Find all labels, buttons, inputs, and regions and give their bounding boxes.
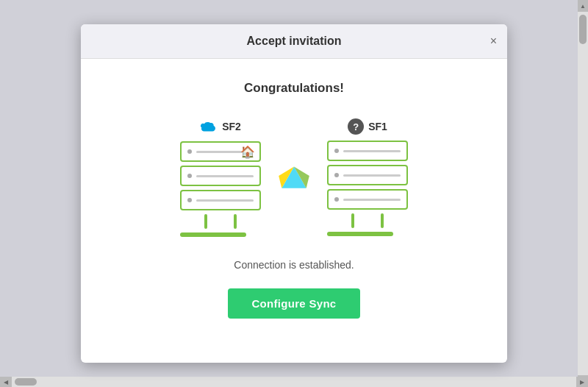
rack-dot bbox=[334, 197, 339, 202]
congratulations-text: Congratulations! bbox=[244, 81, 344, 96]
server-leg bbox=[204, 214, 207, 229]
scrollbar-track: ▲ ▼ bbox=[578, 0, 588, 387]
rack-dot bbox=[187, 149, 192, 154]
modal-overlay: ▲ ▼ ◀ ▶ Accept invitation × Congratulati… bbox=[0, 0, 588, 387]
modal-dialog: Accept invitation × Congratulations! SF2 bbox=[81, 24, 507, 363]
server-legs-right bbox=[327, 213, 408, 228]
server-rack-left-3 bbox=[180, 190, 261, 210]
scroll-left-arrow[interactable]: ◀ bbox=[0, 377, 12, 387]
configure-sync-button[interactable]: Configure Sync bbox=[228, 288, 359, 319]
home-icon: 🏠 bbox=[240, 145, 255, 159]
salesforce-cloud-icon bbox=[200, 118, 218, 135]
rack-line bbox=[196, 199, 254, 202]
server-left: SF2 🏠 bbox=[180, 118, 261, 237]
server-rack-left-2 bbox=[180, 166, 261, 186]
server-unit-left: 🏠 bbox=[180, 141, 261, 237]
rack-dot bbox=[334, 173, 339, 177]
connection-status-text: Connection is established. bbox=[234, 259, 354, 271]
server-leg bbox=[351, 213, 354, 228]
server-base-left bbox=[180, 232, 246, 237]
server-rack-left-1: 🏠 bbox=[180, 141, 261, 162]
connection-diagram: SF2 🏠 bbox=[180, 118, 408, 237]
server-unit-right bbox=[327, 141, 408, 236]
server-base-right bbox=[327, 232, 393, 236]
server-rack-right-2 bbox=[327, 165, 408, 185]
server-rack-right-1 bbox=[327, 141, 408, 161]
horizontal-scroll-thumb[interactable] bbox=[15, 378, 37, 386]
rack-line bbox=[343, 199, 401, 201]
question-mark-icon: ? bbox=[348, 118, 364, 135]
server-leg bbox=[381, 213, 384, 228]
scroll-right-arrow[interactable]: ▶ bbox=[576, 377, 588, 387]
rack-dot bbox=[334, 149, 339, 153]
sync-arrow-icon bbox=[276, 157, 312, 197]
server-right: ? SF1 bbox=[327, 118, 408, 236]
rack-line bbox=[343, 150, 401, 152]
scroll-thumb[interactable] bbox=[579, 15, 587, 44]
scroll-up-arrow[interactable]: ▲ bbox=[578, 0, 588, 12]
modal-close-button[interactable]: × bbox=[490, 35, 497, 47]
server-left-label: SF2 bbox=[200, 118, 241, 135]
rack-dot bbox=[187, 174, 192, 178]
bottom-scrollbar: ◀ ▶ bbox=[0, 377, 588, 387]
server-rack-right-3 bbox=[327, 189, 408, 210]
modal-header: Accept invitation × bbox=[81, 24, 507, 59]
rack-line bbox=[343, 174, 401, 177]
server-left-name: SF2 bbox=[222, 121, 241, 132]
rack-dot bbox=[187, 198, 192, 202]
server-right-label: ? SF1 bbox=[348, 118, 387, 135]
rack-line bbox=[196, 175, 254, 177]
modal-title: Accept invitation bbox=[247, 35, 342, 48]
server-right-name: SF1 bbox=[368, 121, 387, 132]
server-legs-left bbox=[180, 214, 261, 229]
server-leg bbox=[234, 214, 237, 229]
modal-body: Congratulations! SF2 bbox=[81, 59, 507, 363]
